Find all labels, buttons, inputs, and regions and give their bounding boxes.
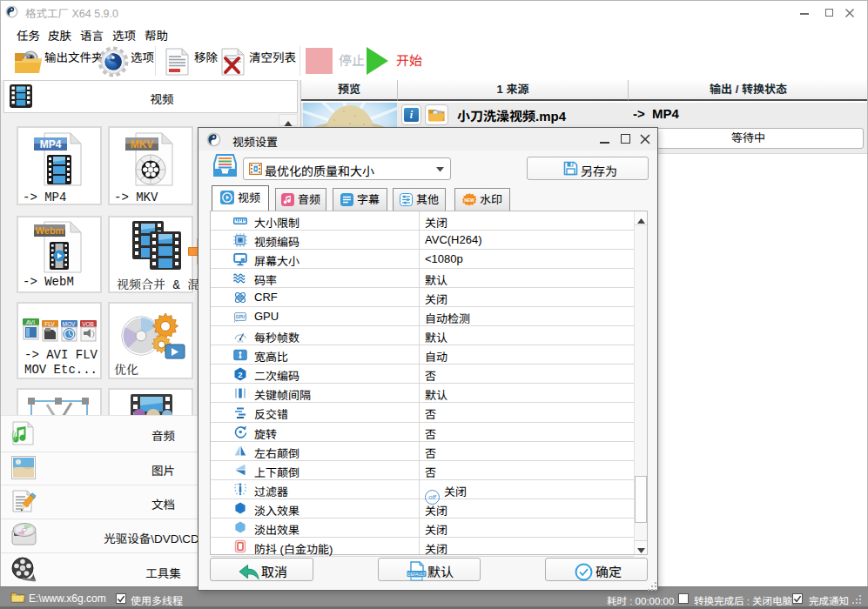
svg-text:FPS: FPS <box>238 339 245 343</box>
svg-text:MP4: MP4 <box>40 138 62 151</box>
svg-text:AVI: AVI <box>26 319 35 325</box>
svg-text:MKV: MKV <box>131 138 154 151</box>
svg-text:VOB: VOB <box>82 321 94 327</box>
svg-text:MOV: MOV <box>63 321 76 327</box>
svg-text:NEW: NEW <box>464 197 474 203</box>
svg-text:Webm: Webm <box>36 225 64 236</box>
svg-text:FLV: FLV <box>44 321 55 327</box>
svg-text:GPU: GPU <box>235 314 245 319</box>
svg-text:2: 2 <box>238 369 242 378</box>
svg-text:DEFAULT: DEFAULT <box>407 572 426 577</box>
